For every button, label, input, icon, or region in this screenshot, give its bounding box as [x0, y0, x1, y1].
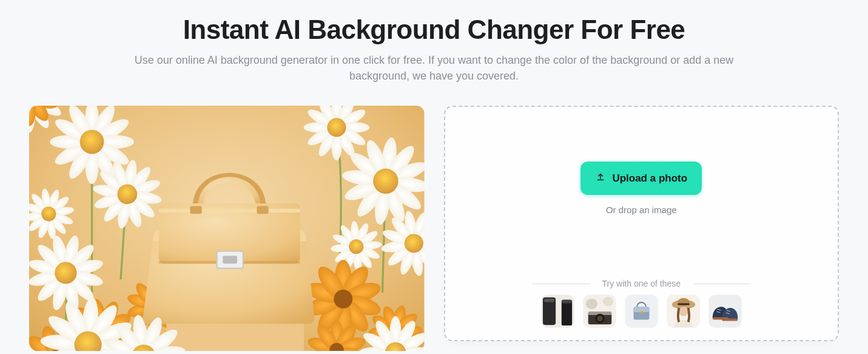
svg-point-39 — [586, 299, 597, 309]
svg-point-40 — [603, 297, 613, 306]
divider — [532, 284, 590, 284]
sample-thumb-cup[interactable] — [541, 294, 574, 328]
svg-rect-52 — [678, 304, 689, 305]
svg-rect-31 — [190, 206, 201, 214]
hero-image — [29, 106, 425, 351]
divider — [693, 284, 750, 284]
svg-rect-32 — [257, 206, 268, 214]
svg-rect-30 — [223, 256, 237, 264]
page-subtitle: Use our online AI background generator i… — [131, 52, 738, 84]
samples-intro: Try with one of these — [602, 279, 681, 288]
upload-button-label: Upload a photo — [612, 172, 687, 185]
page-title: Instant AI Background Changer For Free — [29, 15, 839, 45]
sample-thumb-woman-hat[interactable] — [667, 294, 700, 328]
svg-point-53 — [679, 307, 688, 316]
upload-icon — [595, 171, 606, 185]
upload-dropzone[interactable]: Upload a photo Or drop an image Try with… — [444, 106, 839, 341]
sample-thumbnails — [541, 294, 742, 328]
sample-thumb-bag[interactable] — [625, 294, 658, 328]
svg-rect-35 — [562, 300, 572, 325]
svg-rect-36 — [562, 300, 572, 304]
svg-point-44 — [597, 316, 603, 322]
svg-rect-47 — [633, 307, 649, 312]
upload-button[interactable]: Upload a photo — [580, 162, 702, 195]
svg-rect-37 — [544, 299, 554, 302]
sample-thumb-shoes[interactable] — [708, 294, 742, 328]
svg-rect-48 — [639, 311, 644, 313]
sample-thumb-camera[interactable] — [583, 294, 616, 328]
svg-rect-56 — [722, 319, 738, 321]
drop-or-label: Or drop an image — [606, 205, 677, 215]
